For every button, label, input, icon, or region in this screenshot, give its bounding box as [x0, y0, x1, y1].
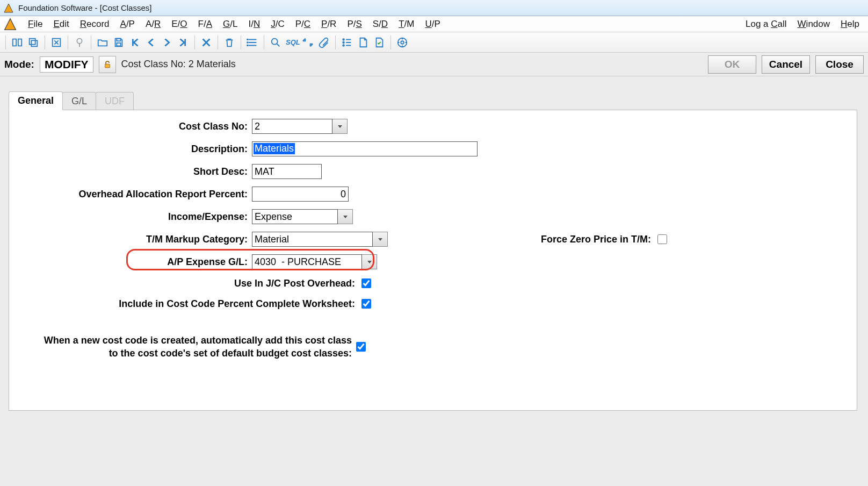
ok-button[interactable]: OK: [708, 55, 756, 74]
cost-class-no-label: Cost Class No:: [19, 121, 250, 132]
tm-markup-field[interactable]: [252, 232, 388, 247]
cancel-x-icon[interactable]: [198, 34, 214, 51]
menu-sd[interactable]: S/D: [367, 17, 393, 32]
tm-markup-dropdown[interactable]: [373, 232, 388, 247]
folder-icon[interactable]: [95, 34, 111, 51]
menu-record[interactable]: Record: [75, 17, 115, 32]
menu-log-a-call[interactable]: Log a Call: [740, 17, 792, 32]
mdi-app-icon: [3, 17, 17, 31]
square-x-icon[interactable]: [48, 34, 64, 51]
svg-rect-7: [117, 42, 120, 46]
svg-marker-19: [343, 216, 348, 218]
attachment-icon[interactable]: [316, 34, 332, 51]
menu-help[interactable]: Help: [835, 17, 865, 32]
force-zero-checkbox[interactable]: [657, 234, 667, 244]
prev-record-icon[interactable]: [143, 34, 159, 51]
menu-file[interactable]: File: [23, 17, 48, 32]
tm-markup-input[interactable]: [252, 232, 373, 247]
sql-icon[interactable]: SQL: [284, 34, 300, 51]
trash-icon[interactable]: [221, 34, 237, 51]
svg-marker-1: [5, 18, 16, 30]
menu-fa[interactable]: F/A: [193, 17, 218, 32]
list-icon[interactable]: [244, 34, 261, 51]
ap-expense-input[interactable]: [252, 254, 362, 269]
cost-class-no-input[interactable]: [252, 119, 332, 134]
doc-check-icon[interactable]: [371, 34, 387, 51]
menu-pr[interactable]: P/R: [316, 17, 342, 32]
svg-point-8: [247, 39, 248, 40]
tab-gl[interactable]: G/L: [62, 92, 96, 110]
income-expense-dropdown[interactable]: [338, 209, 353, 224]
tab-udf: UDF: [96, 92, 134, 110]
svg-point-11: [272, 38, 278, 44]
lock-button[interactable]: [99, 56, 116, 73]
next-record-icon[interactable]: [159, 34, 175, 51]
svg-rect-6: [117, 38, 120, 41]
tab-general[interactable]: General: [9, 91, 63, 110]
svg-point-9: [247, 42, 248, 43]
description-label: Description:: [19, 144, 250, 155]
windows-icon[interactable]: [25, 34, 41, 51]
book-open-icon[interactable]: [9, 34, 25, 51]
mode-value: MODIFY: [40, 56, 93, 73]
menu-ps[interactable]: P/S: [342, 17, 367, 32]
menu-gl[interactable]: G/L: [218, 17, 243, 32]
income-expense-label: Income/Expense:: [19, 211, 250, 223]
svg-point-5: [77, 38, 82, 43]
svg-point-16: [401, 41, 404, 44]
arrows-icon[interactable]: [300, 34, 316, 51]
cost-class-no-dropdown[interactable]: [332, 119, 348, 134]
menu-pc[interactable]: P/C: [290, 17, 316, 32]
svg-rect-3: [31, 40, 37, 46]
save-icon[interactable]: [111, 34, 127, 51]
short-desc-input[interactable]: [252, 164, 322, 179]
cancel-button[interactable]: Cancel: [762, 55, 810, 74]
bullet-list-icon[interactable]: [339, 34, 355, 51]
first-record-icon[interactable]: [127, 34, 143, 51]
mode-bar: Mode: MODIFY Cost Class No: 2 Materials …: [0, 53, 868, 76]
cost-class-no-field[interactable]: [252, 119, 348, 134]
menu-up[interactable]: U/P: [419, 17, 445, 32]
menu-window[interactable]: Window: [792, 17, 835, 32]
overhead-label: Overhead Allocation Report Percent:: [19, 189, 250, 200]
tabpanel-general: Cost Class No: Description: Materials Sh…: [9, 110, 857, 411]
tm-markup-label: T/M Markup Category:: [19, 234, 250, 245]
menu-in[interactable]: I/N: [243, 17, 265, 32]
auto-add-note: When a new cost code is created, automat…: [19, 334, 352, 360]
auto-add-checkbox[interactable]: [356, 342, 366, 352]
last-record-icon[interactable]: [175, 34, 191, 51]
force-zero-label: Force Zero Price in T/M:: [422, 234, 653, 245]
menu-tm[interactable]: T/M: [393, 17, 419, 32]
menubar: File Edit Record A/P A/R E/O F/A G/L I/N…: [0, 16, 868, 32]
svg-marker-20: [378, 238, 382, 241]
income-expense-field[interactable]: [252, 209, 353, 224]
svg-point-12: [343, 39, 344, 40]
overhead-input[interactable]: [252, 187, 349, 202]
svg-point-14: [343, 45, 344, 46]
ap-expense-field[interactable]: [252, 254, 377, 269]
income-expense-input[interactable]: [252, 209, 338, 224]
window-title: Foundation Software - [Cost Classes]: [18, 3, 151, 12]
ap-expense-label: A/P Expense G/L:: [19, 256, 250, 268]
menu-jc[interactable]: J/C: [265, 17, 290, 32]
svg-rect-2: [30, 38, 35, 44]
menu-edit[interactable]: Edit: [48, 17, 74, 32]
include-worksheet-label: Include in Cost Code Percent Complete Wo…: [19, 298, 357, 310]
tabstrip: General G/L UDF: [9, 90, 868, 110]
context-label: Cost Class No: 2 Materials: [121, 59, 236, 70]
close-button[interactable]: Close: [815, 55, 864, 74]
svg-marker-21: [367, 261, 372, 263]
pin-icon[interactable]: [71, 34, 88, 51]
include-worksheet-checkbox[interactable]: [361, 299, 371, 309]
menu-ap[interactable]: A/P: [115, 17, 140, 32]
help-icon[interactable]: [394, 34, 410, 51]
new-doc-icon[interactable]: [355, 34, 371, 51]
description-selected: Materials: [254, 143, 295, 154]
ap-expense-dropdown[interactable]: [362, 254, 377, 269]
use-jc-checkbox[interactable]: [361, 278, 371, 288]
menu-eo[interactable]: E/O: [166, 17, 192, 32]
titlebar: Foundation Software - [Cost Classes]: [0, 0, 868, 16]
search-icon[interactable]: [267, 34, 284, 51]
menu-ar[interactable]: A/R: [140, 17, 166, 32]
short-desc-label: Short Desc:: [19, 166, 250, 177]
